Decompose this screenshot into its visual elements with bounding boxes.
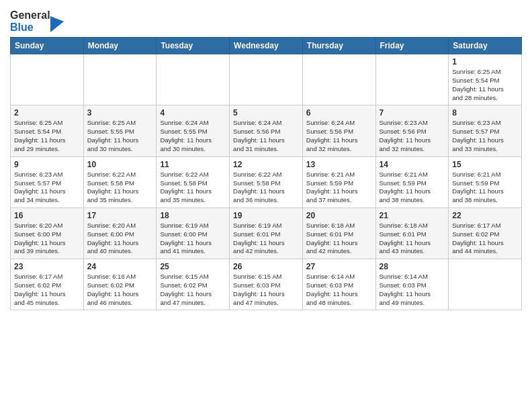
day-info: Sunrise: 6:19 AM Sunset: 6:01 PM Dayligh… [233, 222, 299, 256]
day-number: 7 [380, 108, 445, 118]
day-cell: 27Sunrise: 6:14 AM Sunset: 6:03 PM Dayli… [302, 259, 375, 310]
header-cell-saturday: Saturday [449, 38, 522, 54]
day-cell: 25Sunrise: 6:15 AM Sunset: 6:02 PM Dayli… [157, 259, 230, 310]
day-info: Sunrise: 6:24 AM Sunset: 5:56 PM Dayligh… [233, 119, 299, 153]
day-info: Sunrise: 6:25 AM Sunset: 5:54 PM Dayligh… [14, 119, 80, 153]
day-number: 27 [306, 262, 372, 271]
week-row-4: 23Sunrise: 6:17 AM Sunset: 6:02 PM Dayli… [11, 259, 522, 310]
day-info: Sunrise: 6:17 AM Sunset: 6:02 PM Dayligh… [452, 222, 518, 256]
week-row-0: 1Sunrise: 6:25 AM Sunset: 5:54 PM Daylig… [11, 54, 522, 105]
day-number: 12 [233, 160, 299, 169]
day-cell: 21Sunrise: 6:18 AM Sunset: 6:01 PM Dayli… [375, 208, 449, 259]
day-number: 10 [87, 160, 153, 169]
header-cell-tuesday: Tuesday [157, 38, 230, 54]
week-row-3: 16Sunrise: 6:20 AM Sunset: 6:00 PM Dayli… [11, 208, 522, 259]
day-cell: 10Sunrise: 6:22 AM Sunset: 5:58 PM Dayli… [83, 156, 157, 208]
day-cell: 17Sunrise: 6:20 AM Sunset: 6:00 PM Dayli… [83, 208, 157, 259]
day-number: 17 [87, 211, 153, 220]
day-number: 2 [14, 108, 80, 118]
header: GeneralBlue [10, 7, 522, 33]
day-number: 6 [306, 108, 372, 118]
day-info: Sunrise: 6:14 AM Sunset: 6:03 PM Dayligh… [380, 273, 445, 307]
day-info: Sunrise: 6:25 AM Sunset: 5:54 PM Dayligh… [452, 68, 518, 102]
day-cell: 6Sunrise: 6:24 AM Sunset: 5:56 PM Daylig… [302, 105, 375, 156]
day-cell: 4Sunrise: 6:24 AM Sunset: 5:55 PM Daylig… [157, 105, 230, 156]
svg-marker-0 [50, 16, 64, 32]
day-info: Sunrise: 6:23 AM Sunset: 5:57 PM Dayligh… [14, 171, 80, 205]
day-cell [11, 54, 84, 105]
day-info: Sunrise: 6:22 AM Sunset: 5:58 PM Dayligh… [87, 171, 153, 205]
day-cell [230, 54, 303, 105]
day-info: Sunrise: 6:24 AM Sunset: 5:55 PM Dayligh… [160, 119, 226, 153]
calendar-table: SundayMondayTuesdayWednesdayThursdayFrid… [10, 37, 522, 310]
day-cell [302, 54, 375, 105]
day-cell: 5Sunrise: 6:24 AM Sunset: 5:56 PM Daylig… [230, 105, 303, 156]
day-cell: 23Sunrise: 6:17 AM Sunset: 6:02 PM Dayli… [11, 259, 84, 310]
day-number: 13 [306, 160, 372, 169]
day-info: Sunrise: 6:22 AM Sunset: 5:58 PM Dayligh… [160, 171, 226, 205]
header-cell-sunday: Sunday [11, 38, 84, 54]
day-cell: 3Sunrise: 6:25 AM Sunset: 5:55 PM Daylig… [83, 105, 157, 156]
day-info: Sunrise: 6:18 AM Sunset: 6:01 PM Dayligh… [380, 222, 445, 256]
day-cell: 28Sunrise: 6:14 AM Sunset: 6:03 PM Dayli… [375, 259, 449, 310]
day-number: 4 [160, 108, 226, 118]
day-number: 24 [87, 262, 153, 271]
day-number: 18 [160, 211, 226, 220]
day-cell: 2Sunrise: 6:25 AM Sunset: 5:54 PM Daylig… [11, 105, 84, 156]
day-number: 9 [14, 160, 80, 169]
calendar-body: 1Sunrise: 6:25 AM Sunset: 5:54 PM Daylig… [11, 54, 522, 310]
day-number: 16 [14, 211, 80, 220]
header-cell-wednesday: Wednesday [230, 38, 303, 54]
logo-triangle-icon [50, 11, 64, 32]
day-number: 5 [233, 108, 299, 118]
day-number: 3 [87, 108, 153, 118]
day-number: 1 [452, 57, 518, 66]
day-info: Sunrise: 6:25 AM Sunset: 5:55 PM Dayligh… [87, 119, 153, 153]
header-cell-friday: Friday [375, 38, 449, 54]
logo-general: General [10, 9, 50, 21]
day-cell: 18Sunrise: 6:19 AM Sunset: 6:00 PM Dayli… [157, 208, 230, 259]
day-number: 21 [380, 211, 445, 220]
day-info: Sunrise: 6:17 AM Sunset: 6:02 PM Dayligh… [14, 273, 80, 307]
day-cell: 26Sunrise: 6:15 AM Sunset: 6:03 PM Dayli… [230, 259, 303, 310]
day-cell [157, 54, 230, 105]
calendar-header: SundayMondayTuesdayWednesdayThursdayFrid… [11, 38, 522, 54]
logo-area: GeneralBlue [10, 7, 64, 33]
week-row-1: 2Sunrise: 6:25 AM Sunset: 5:54 PM Daylig… [11, 105, 522, 156]
logo: GeneralBlue [10, 9, 64, 33]
day-cell: 19Sunrise: 6:19 AM Sunset: 6:01 PM Dayli… [230, 208, 303, 259]
day-number: 23 [14, 262, 80, 271]
day-cell [83, 54, 157, 105]
day-number: 26 [233, 262, 299, 271]
day-info: Sunrise: 6:23 AM Sunset: 5:57 PM Dayligh… [452, 119, 518, 153]
day-cell: 14Sunrise: 6:21 AM Sunset: 5:59 PM Dayli… [375, 156, 449, 208]
day-cell: 20Sunrise: 6:18 AM Sunset: 6:01 PM Dayli… [302, 208, 375, 259]
day-cell [375, 54, 449, 105]
day-cell [449, 259, 522, 310]
day-number: 14 [380, 160, 445, 169]
day-cell: 11Sunrise: 6:22 AM Sunset: 5:58 PM Dayli… [157, 156, 230, 208]
day-cell: 12Sunrise: 6:22 AM Sunset: 5:58 PM Dayli… [230, 156, 303, 208]
day-number: 22 [452, 211, 518, 220]
day-info: Sunrise: 6:21 AM Sunset: 5:59 PM Dayligh… [380, 171, 445, 205]
day-info: Sunrise: 6:20 AM Sunset: 6:00 PM Dayligh… [14, 222, 80, 256]
day-info: Sunrise: 6:20 AM Sunset: 6:00 PM Dayligh… [87, 222, 153, 256]
day-cell: 8Sunrise: 6:23 AM Sunset: 5:57 PM Daylig… [449, 105, 522, 156]
page: GeneralBlue SundayMondayTuesdayWednesday… [0, 0, 532, 317]
day-info: Sunrise: 6:15 AM Sunset: 6:03 PM Dayligh… [233, 273, 299, 307]
logo-blue: Blue [10, 21, 50, 34]
day-cell: 1Sunrise: 6:25 AM Sunset: 5:54 PM Daylig… [449, 54, 522, 105]
header-row: SundayMondayTuesdayWednesdayThursdayFrid… [11, 38, 522, 54]
day-info: Sunrise: 6:19 AM Sunset: 6:00 PM Dayligh… [160, 222, 226, 256]
day-number: 28 [380, 262, 445, 271]
day-info: Sunrise: 6:22 AM Sunset: 5:58 PM Dayligh… [233, 171, 299, 205]
day-cell: 15Sunrise: 6:21 AM Sunset: 5:59 PM Dayli… [449, 156, 522, 208]
day-number: 15 [452, 160, 518, 169]
day-cell: 7Sunrise: 6:23 AM Sunset: 5:56 PM Daylig… [375, 105, 449, 156]
day-cell: 13Sunrise: 6:21 AM Sunset: 5:59 PM Dayli… [302, 156, 375, 208]
week-row-2: 9Sunrise: 6:23 AM Sunset: 5:57 PM Daylig… [11, 156, 522, 208]
header-cell-thursday: Thursday [302, 38, 375, 54]
day-info: Sunrise: 6:24 AM Sunset: 5:56 PM Dayligh… [306, 119, 372, 153]
day-number: 25 [160, 262, 226, 271]
day-cell: 16Sunrise: 6:20 AM Sunset: 6:00 PM Dayli… [11, 208, 84, 259]
